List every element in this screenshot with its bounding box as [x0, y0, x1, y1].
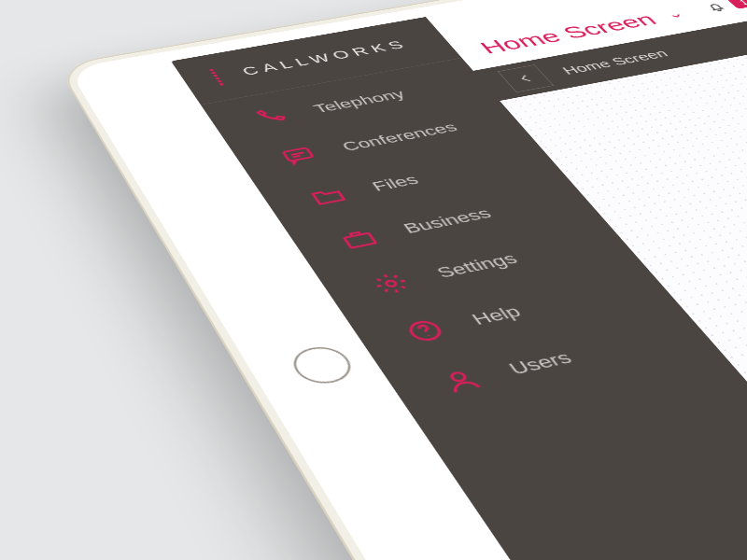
- bell-icon[interactable]: [701, 1, 729, 14]
- help-icon: [394, 313, 457, 349]
- sidebar-item-label: Users: [504, 348, 576, 379]
- folder-icon: [300, 181, 356, 212]
- svg-point-2: [385, 280, 397, 287]
- sidebar-item-label: Help: [468, 302, 526, 329]
- sidebar-item-label: Files: [369, 172, 423, 194]
- sidebar-item-label: Telephony: [310, 87, 408, 116]
- brand-dots-icon: ● ● ●● ● ●: [208, 66, 238, 87]
- sidebar-item-label: Conferences: [339, 119, 461, 154]
- svg-rect-0: [283, 147, 313, 161]
- phone-icon: [245, 104, 298, 132]
- briefcase-icon: [330, 222, 388, 255]
- tablet-frame: ● ● ●● ● ● CALLWORKS Telephony: [56, 0, 747, 560]
- svg-rect-1: [345, 233, 376, 248]
- chevron-down-icon[interactable]: ⌄: [661, 7, 687, 21]
- sidebar-item-label: Business: [400, 205, 495, 237]
- gear-icon: [361, 266, 421, 301]
- svg-point-5: [450, 371, 468, 382]
- sidebar-item-label: Settings: [433, 250, 522, 282]
- user-icon: [430, 362, 494, 400]
- back-button[interactable]: [498, 64, 555, 92]
- svg-point-4: [428, 335, 430, 337]
- chat-icon: [272, 141, 327, 171]
- notification-badge[interactable]: 144: [726, 0, 747, 9]
